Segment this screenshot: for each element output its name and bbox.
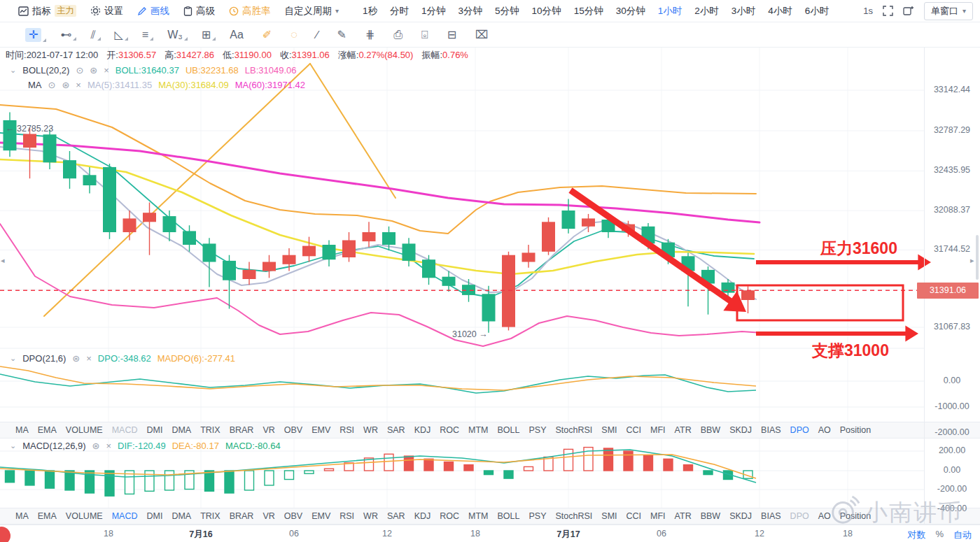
- indicator-tab[interactable]: BRAR: [230, 511, 254, 521]
- indicator-tab[interactable]: KDJ: [414, 511, 431, 521]
- settings-menu[interactable]: 设置: [90, 5, 123, 17]
- indicator-tab[interactable]: DMA: [172, 425, 191, 435]
- indicator-tab[interactable]: EMV: [312, 425, 330, 435]
- draw-tool-icon[interactable]: ⫽: [90, 29, 95, 41]
- indicator-tab[interactable]: DMI: [146, 511, 162, 521]
- indicator-tab[interactable]: VOLUME: [66, 425, 103, 435]
- interval-tab[interactable]: 3分钟: [458, 5, 483, 17]
- add-pane-icon[interactable]: [903, 6, 914, 16]
- custom-period-dropdown[interactable]: 自定义周期 ▾: [285, 5, 340, 17]
- indicator-tab[interactable]: AO: [818, 511, 831, 521]
- gear-icon[interactable]: ⊛: [90, 65, 97, 76]
- draw-tool-icon[interactable]: ◌: [290, 29, 298, 41]
- close-icon[interactable]: ×: [106, 441, 111, 451]
- indicator-tab[interactable]: DPO: [790, 425, 809, 435]
- indicator-tab[interactable]: KDJ: [414, 425, 431, 435]
- draw-tool-icon[interactable]: ⊟: [447, 29, 456, 41]
- indicator-tab[interactable]: ATR: [675, 425, 692, 435]
- indicator-tab[interactable]: SKDJ: [729, 511, 752, 521]
- indicator-tab[interactable]: CCI: [626, 511, 642, 521]
- chevron-down-icon[interactable]: ⌄: [10, 354, 16, 363]
- indicator-tab[interactable]: SMI: [601, 425, 617, 435]
- indicator-tab[interactable]: BIAS: [761, 511, 781, 521]
- indicator-tab[interactable]: MFI: [650, 511, 666, 521]
- collapse-left-icon[interactable]: ◂: [1, 256, 5, 265]
- draw-menu[interactable]: 画线: [137, 5, 169, 17]
- window-mode-button[interactable]: 单窗口 ▾: [924, 2, 973, 20]
- indicator-tab[interactable]: EMA: [38, 511, 57, 521]
- chevron-down-icon[interactable]: ⌄: [10, 441, 16, 450]
- interval-tab[interactable]: 6小时: [805, 5, 830, 17]
- indicator-tab[interactable]: BOLL: [498, 511, 520, 521]
- eye-icon[interactable]: ⊙: [48, 80, 56, 90]
- close-icon[interactable]: ×: [104, 65, 109, 76]
- draw-tool-icon[interactable]: ◺: [115, 29, 123, 41]
- indicator-tab[interactable]: BOLL: [498, 425, 520, 435]
- percent-scale-toggle[interactable]: %: [935, 529, 944, 541]
- indicator-tab[interactable]: RSI: [340, 511, 354, 521]
- indicator-tab[interactable]: MTM: [468, 511, 488, 521]
- draw-tool-icon[interactable]: ✐: [262, 29, 272, 41]
- indicator-tab[interactable]: VR: [262, 511, 274, 521]
- time-axis[interactable]: 187月160612187月17061218 对数 % 自动: [0, 525, 980, 542]
- indicator-tab[interactable]: RSI: [340, 425, 354, 435]
- indicator-tab[interactable]: SMI: [601, 511, 617, 521]
- indicator-tab[interactable]: SKDJ: [729, 425, 752, 435]
- interval-tab[interactable]: 30分钟: [616, 5, 645, 17]
- indicator-tab[interactable]: OBV: [284, 425, 302, 435]
- close-icon[interactable]: ×: [76, 80, 81, 90]
- draw-tool-icon[interactable]: ⌻: [421, 29, 428, 41]
- gear-icon[interactable]: ⊛: [62, 80, 69, 90]
- indicator-tab[interactable]: OBV: [284, 511, 302, 521]
- main-force-badge[interactable]: 主力: [55, 5, 76, 17]
- draw-tool-icon[interactable]: Aa: [230, 29, 244, 41]
- eye-icon[interactable]: ⊙: [76, 65, 83, 76]
- gear-icon[interactable]: ⊛: [92, 441, 100, 451]
- indicator-tab[interactable]: AO: [818, 425, 831, 435]
- indicator-tab[interactable]: StochRSI: [555, 425, 592, 435]
- collapse-right-icon[interactable]: ▸: [970, 256, 974, 265]
- interval-tab[interactable]: 10分钟: [532, 5, 561, 17]
- indicator-tab[interactable]: DMI: [146, 425, 162, 435]
- interval-tab[interactable]: 1秒: [363, 5, 377, 17]
- indicator-menu[interactable]: 指标 主力: [18, 5, 76, 17]
- indicator-tab[interactable]: TRIX: [200, 425, 220, 435]
- indicator-tab[interactable]: SAR: [387, 511, 405, 521]
- indicator-tab[interactable]: Position: [840, 511, 871, 521]
- indicator-tab[interactable]: MACD: [112, 511, 138, 521]
- draw-tool-icon[interactable]: ≡: [142, 29, 148, 41]
- interval-tab[interactable]: 5分钟: [495, 5, 519, 17]
- interval-tab[interactable]: 分时: [390, 5, 409, 17]
- axis-scrollbar[interactable]: [976, 235, 979, 280]
- indicator-tab[interactable]: VR: [262, 425, 274, 435]
- indicator-tab[interactable]: MTM: [468, 425, 488, 435]
- indicator-tab[interactable]: DMA: [172, 511, 191, 521]
- high-win-rate-menu[interactable]: 高胜率: [229, 5, 271, 17]
- draw-tool-icon[interactable]: ✎: [337, 29, 346, 41]
- draw-tool-icon[interactable]: ⎙: [393, 29, 402, 41]
- indicator-tab[interactable]: PSY: [528, 511, 546, 521]
- indicator-tab[interactable]: TRIX: [200, 511, 220, 521]
- interval-tab[interactable]: 4小时: [768, 5, 792, 17]
- draw-tool-icon[interactable]: ⋕: [365, 29, 374, 41]
- indicator-tab[interactable]: BIAS: [761, 425, 781, 435]
- indicator-tab[interactable]: DPO: [790, 511, 809, 521]
- indicator-tab[interactable]: ROC: [440, 511, 459, 521]
- chevron-down-icon[interactable]: ⌄: [10, 66, 16, 75]
- draw-tool-icon[interactable]: ⊷: [60, 29, 71, 41]
- indicator-tab[interactable]: MACD: [112, 425, 138, 435]
- interval-tab[interactable]: 1分钟: [421, 5, 446, 17]
- auto-scale-toggle[interactable]: 自动: [953, 529, 972, 541]
- interval-tab[interactable]: 1小时: [658, 5, 682, 17]
- indicator-tab[interactable]: ATR: [675, 511, 692, 521]
- indicator-tab[interactable]: Position: [840, 425, 871, 435]
- chart-area[interactable]: [0, 48, 924, 525]
- draw-tool-icon[interactable]: ✛: [25, 28, 41, 42]
- draw-tool-icon[interactable]: ⊞: [202, 29, 211, 41]
- interval-tab[interactable]: 2小时: [694, 5, 719, 17]
- indicator-tab[interactable]: BBW: [701, 511, 720, 521]
- indicator-tab[interactable]: SAR: [387, 425, 405, 435]
- indicator-tab[interactable]: VOLUME: [66, 511, 103, 521]
- indicator-tab[interactable]: MA: [15, 425, 29, 435]
- indicator-tab[interactable]: MFI: [650, 425, 666, 435]
